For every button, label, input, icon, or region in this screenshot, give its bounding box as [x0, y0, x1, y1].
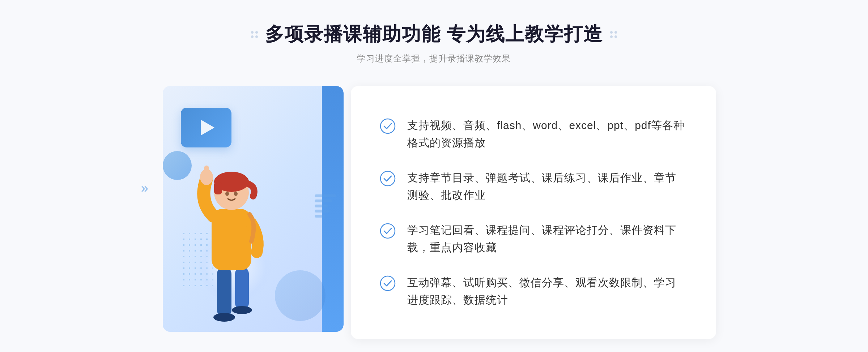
- page-subtitle: 学习进度全掌握，提升录播课教学效果: [251, 53, 617, 64]
- check-icon-3: [380, 223, 396, 239]
- svg-point-14: [380, 224, 395, 238]
- check-icon-1: [380, 118, 396, 134]
- svg-rect-1: [235, 267, 249, 310]
- header-dots-right: [610, 31, 617, 38]
- check-icon-2: [380, 171, 396, 186]
- arrow-left-decoration: »: [141, 181, 148, 196]
- svg-point-11: [234, 192, 238, 196]
- svg-point-2: [213, 313, 235, 322]
- feature-text-1: 支持视频、音频、flash、word、excel、ppt、pdf等各种格式的资源…: [407, 117, 687, 151]
- feature-text-4: 互动弹幕、试听购买、微信分享、观看次数限制、学习进度跟踪、数据统计: [407, 274, 687, 309]
- page-title: 多项录播课辅助功能 专为线上教学打造: [265, 22, 603, 47]
- svg-point-10: [225, 192, 229, 196]
- feature-text-3: 学习笔记回看、课程提问、课程评论打分、课件资料下载，重点内容收藏: [407, 222, 687, 256]
- svg-rect-6: [204, 166, 209, 180]
- svg-point-3: [232, 306, 252, 314]
- deco-circle-blue: [275, 270, 326, 321]
- header-section: 多项录播课辅助功能 专为线上教学打造 学习进度全掌握，提升录播课教学效果: [251, 22, 617, 64]
- feature-text-2: 支持章节目录、弹题考试、课后练习、课后作业、章节测验、批改作业: [407, 169, 687, 204]
- svg-point-12: [380, 119, 395, 133]
- main-content: 支持视频、音频、flash、word、excel、ppt、pdf等各种格式的资源…: [152, 86, 716, 339]
- page-container: » 多项录播课辅助功能 专为线上教学打造 学习进度全掌握，提升录播课教学效果: [0, 0, 868, 352]
- stripes-decoration: [315, 194, 336, 238]
- check-icon-4: [380, 275, 396, 291]
- person-illustration: [174, 129, 289, 332]
- svg-rect-0: [217, 267, 231, 317]
- svg-rect-9: [214, 182, 222, 194]
- svg-point-13: [380, 171, 395, 186]
- feature-item-1: 支持视频、音频、flash、word、excel、ppt、pdf等各种格式的资源…: [380, 110, 687, 159]
- svg-point-15: [380, 276, 395, 291]
- header-dots-left: [251, 31, 258, 38]
- illustration-area: [152, 86, 362, 339]
- feature-item-3: 学习笔记回看、课程提问、课程评论打分、课件资料下载，重点内容收藏: [380, 214, 687, 263]
- features-content-area: 支持视频、音频、flash、word、excel、ppt、pdf等各种格式的资源…: [351, 86, 716, 339]
- feature-item-2: 支持章节目录、弹题考试、课后练习、课后作业、章节测验、批改作业: [380, 162, 687, 211]
- feature-item-4: 互动弹幕、试听购买、微信分享、观看次数限制、学习进度跟踪、数据统计: [380, 267, 687, 316]
